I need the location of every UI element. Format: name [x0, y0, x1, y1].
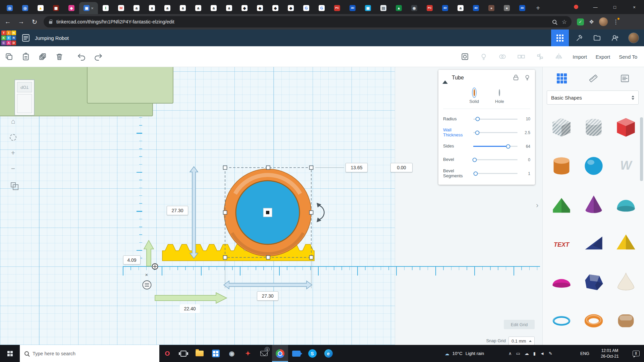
- language-indicator[interactable]: ENG: [580, 345, 589, 362]
- browser-tab-active[interactable]: ▣×: [79, 2, 98, 14]
- slider-knob[interactable]: [475, 130, 479, 135]
- account-avatar[interactable]: [625, 29, 642, 46]
- browser-tab[interactable]: 3D: [515, 2, 530, 14]
- browser-tab[interactable]: ◉: [407, 2, 422, 14]
- ruler-close-icon[interactable]: ×: [145, 272, 148, 278]
- shape-item-wedge[interactable]: [581, 232, 606, 254]
- design-menu-icon[interactable]: [21, 34, 30, 42]
- taskbar-app-msi-center[interactable]: ✦: [240, 345, 256, 362]
- tray-icon[interactable]: ✎: [549, 351, 552, 356]
- slider-bevel[interactable]: [473, 159, 518, 160]
- browser-tab[interactable]: ▦: [48, 2, 64, 14]
- add-user-icon[interactable]: [607, 29, 623, 46]
- browser-tab[interactable]: a: [206, 2, 221, 14]
- notes-tool-tab[interactable]: [617, 72, 633, 85]
- browser-tab[interactable]: G: [299, 2, 314, 14]
- ruler-vertical-value[interactable]: 4.09: [123, 255, 141, 264]
- taskbar-app-skype[interactable]: S: [304, 345, 320, 362]
- lightbulb-icon[interactable]: [524, 74, 531, 81]
- hole-swatch[interactable]: Hole: [495, 90, 504, 104]
- shape-item-paraboloid[interactable]: [613, 270, 638, 293]
- slider-bevel-segments[interactable]: [473, 173, 518, 174]
- shape-item-polygon[interactable]: [581, 270, 606, 293]
- browser-tab[interactable]: ●: [499, 2, 515, 14]
- taskbar-app-mail[interactable]: 1: [256, 345, 272, 362]
- top-view-object[interactable]: TOP: [15, 80, 34, 115]
- delete-button[interactable]: [54, 52, 64, 62]
- taskbar-app-opera[interactable]: O: [159, 345, 175, 362]
- redo-button[interactable]: [93, 52, 103, 62]
- browser-tab[interactable]: PC: [422, 2, 437, 14]
- shape-item-scribble[interactable]: W: [613, 155, 638, 177]
- forward-button[interactable]: →: [15, 16, 27, 27]
- bookmark-star-icon[interactable]: ☆: [562, 18, 567, 25]
- slider-knob[interactable]: [476, 117, 480, 121]
- browser-tab[interactable]: a: [221, 2, 237, 14]
- taskbar-app-task-view[interactable]: [175, 345, 192, 362]
- taskbar-search[interactable]: [20, 345, 159, 362]
- copy-button[interactable]: [4, 52, 14, 62]
- tray-icon[interactable]: ▮: [533, 351, 536, 356]
- taskbar-app-file-explorer[interactable]: [192, 345, 208, 362]
- tab-close-icon[interactable]: ×: [91, 6, 94, 11]
- browser-tab[interactable]: ◆: [283, 2, 299, 14]
- group-button[interactable]: [497, 52, 507, 62]
- back-button[interactable]: ←: [2, 16, 13, 27]
- refresh-button[interactable]: ↻: [29, 16, 40, 27]
- taskbar-app-edge[interactable]: e: [320, 345, 336, 362]
- position-y-value[interactable]: 0.00: [390, 163, 413, 172]
- slider-knob[interactable]: [506, 144, 511, 148]
- shape-item-text[interactable]: TEXT: [549, 232, 574, 254]
- search-input[interactable]: [33, 351, 155, 356]
- width-dimension-value[interactable]: 27.30: [257, 291, 278, 301]
- slider-knob[interactable]: [472, 158, 477, 162]
- position-x-value[interactable]: 13.65: [345, 163, 368, 172]
- slider-radius[interactable]: [473, 119, 518, 120]
- light-view-button[interactable]: [479, 52, 489, 62]
- url-text[interactable]: tinkercad.com/things/hn1PNfi2P4Y-fantast…: [56, 19, 174, 24]
- notification-center-button[interactable]: 8: [629, 345, 643, 362]
- shape-item-roof[interactable]: [549, 193, 574, 216]
- shape-item-half-sphere[interactable]: [613, 193, 638, 216]
- shape-item-box[interactable]: [613, 116, 638, 139]
- system-tray[interactable]: ∧▭☁▮◄✎: [508, 345, 552, 362]
- shape-item-cone[interactable]: [581, 193, 606, 216]
- browser-tab[interactable]: a: [175, 2, 191, 14]
- taskbar-app-store[interactable]: [208, 345, 224, 362]
- view-perspective-button[interactable]: [7, 178, 19, 191]
- tools-hammer-icon[interactable]: [572, 29, 587, 46]
- shape-item-cylinder-hole[interactable]: [581, 116, 606, 139]
- shape-item-ring[interactable]: [549, 309, 574, 331]
- slider-knob[interactable]: [473, 171, 478, 176]
- ruler-tool-tab[interactable]: [586, 72, 601, 85]
- sidebar-scrollbar[interactable]: [640, 117, 643, 181]
- taskbar-app-camera[interactable]: [288, 345, 304, 362]
- ruler-horizontal-value[interactable]: 22.40: [180, 304, 200, 313]
- browser-tab[interactable]: PC: [329, 2, 345, 14]
- snap-grid-dropdown[interactable]: 0.1 mm: [508, 337, 535, 345]
- minimize-button[interactable]: —: [586, 0, 605, 14]
- browser-tab[interactable]: ▤: [376, 2, 391, 14]
- zoom-icon[interactable]: [552, 20, 556, 24]
- browser-menu-icon[interactable]: ⋮: [613, 18, 619, 25]
- undo-button[interactable]: [76, 52, 87, 62]
- ruler-origin-crosshair[interactable]: [152, 264, 158, 269]
- shape-category-dropdown[interactable]: Basic Shapes: [547, 90, 639, 105]
- adblock-extension-icon[interactable]: ✓: [577, 18, 584, 25]
- browser-tab[interactable]: ◆: [252, 2, 268, 14]
- ruler-horizontal-arrow[interactable]: [155, 293, 227, 303]
- browser-tab[interactable]: ▲: [391, 2, 407, 14]
- browser-tab[interactable]: 3D: [468, 2, 484, 14]
- view-fit-button[interactable]: [7, 131, 19, 144]
- export-button[interactable]: Export: [596, 54, 610, 60]
- shape-item-paraboloid-flat[interactable]: [549, 270, 574, 293]
- folder-icon[interactable]: [589, 29, 605, 46]
- browser-tab[interactable]: I: [98, 2, 113, 14]
- taskbar-app-steam[interactable]: ◉: [224, 345, 240, 362]
- width-dimension-arrow[interactable]: [224, 281, 312, 289]
- ungroup-button[interactable]: [516, 52, 526, 62]
- show-all-button[interactable]: [460, 52, 470, 62]
- slider-sides[interactable]: [473, 146, 518, 147]
- shape-item-box-hole[interactable]: [549, 116, 574, 139]
- browser-tab[interactable]: ▣: [360, 2, 376, 14]
